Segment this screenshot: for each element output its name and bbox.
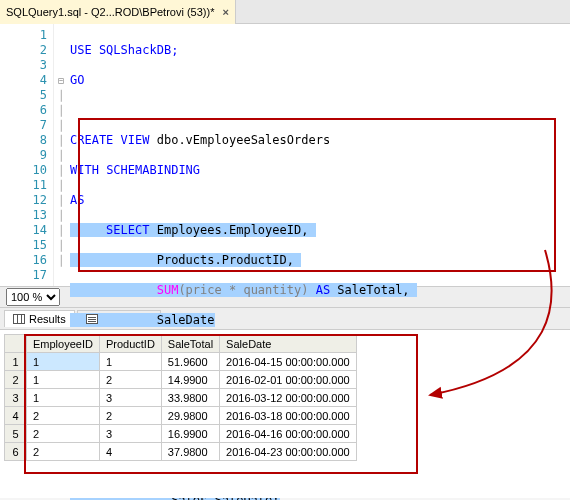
messages-icon (86, 314, 98, 324)
row-header[interactable]: 6 (5, 443, 27, 461)
code-token: USE SQLShackDB; (70, 43, 178, 57)
results-grid[interactable]: EmployeeID ProductID SaleTotal SaleDate … (4, 334, 357, 461)
cell[interactable]: 2016-02-01 00:00:00.000 (220, 371, 357, 389)
col-header[interactable]: SaleTotal (161, 335, 219, 353)
row-header[interactable]: 2 (5, 371, 27, 389)
results-pane: EmployeeID ProductID SaleTotal SaleDate … (0, 330, 570, 498)
line-gutter: 1234567891011121314151617 (0, 24, 54, 286)
cell[interactable]: 1 (27, 389, 100, 407)
tab-bar: SQLQuery1.sql - Q2...ROD\BPetrovi (53))*… (0, 0, 570, 24)
cell[interactable]: 1 (27, 371, 100, 389)
code-token (70, 283, 157, 297)
cell[interactable]: 1 (99, 353, 161, 371)
code-token: SCHEMABINDING (99, 163, 200, 177)
cell[interactable]: 4 (99, 443, 161, 461)
row-header[interactable]: 4 (5, 407, 27, 425)
cell[interactable]: 2016-04-15 00:00:00.000 (220, 353, 357, 371)
cell[interactable]: 2 (27, 407, 100, 425)
cell[interactable]: 14.9900 (161, 371, 219, 389)
table-row[interactable]: 42229.98002016-03-18 00:00:00.000 (5, 407, 357, 425)
code-token: SaleTotal, (330, 283, 417, 297)
editor-tab[interactable]: SQLQuery1.sql - Q2...ROD\BPetrovi (53))*… (0, 0, 236, 24)
code-token: VIEW (113, 133, 149, 147)
code-token: dbo.vEmployeeSalesOrders (149, 133, 330, 147)
close-icon[interactable]: × (222, 6, 228, 18)
cell[interactable]: 37.9800 (161, 443, 219, 461)
zoom-select[interactable]: 100 % (6, 288, 60, 306)
code-token: Employees.EmployeeID, (149, 223, 315, 237)
code-token: GO (70, 73, 84, 87)
table-row[interactable]: 62437.98002016-04-23 00:00:00.000 (5, 443, 357, 461)
cell[interactable]: 2 (99, 371, 161, 389)
results-tab[interactable]: Results (4, 310, 75, 327)
code-token: Products.ProductID, (70, 253, 301, 267)
cell[interactable]: 2 (27, 425, 100, 443)
cell[interactable]: 2016-03-18 00:00:00.000 (220, 407, 357, 425)
grid-icon (13, 314, 25, 324)
tab-label: Results (29, 313, 66, 325)
cell[interactable]: 2016-04-23 00:00:00.000 (220, 443, 357, 461)
cell[interactable]: 1 (27, 353, 100, 371)
row-header[interactable]: 3 (5, 389, 27, 407)
cell[interactable]: 33.9800 (161, 389, 219, 407)
table-row[interactable]: 11151.96002016-04-15 00:00:00.000 (5, 353, 357, 371)
cell[interactable]: 3 (99, 389, 161, 407)
row-header[interactable]: 1 (5, 353, 27, 371)
col-header[interactable]: ProductID (99, 335, 161, 353)
table-row[interactable]: 21214.99002016-02-01 00:00:00.000 (5, 371, 357, 389)
cell[interactable]: 16.9900 (161, 425, 219, 443)
code-token: SUM (157, 283, 179, 297)
cell[interactable]: 2 (99, 407, 161, 425)
row-header[interactable]: 5 (5, 425, 27, 443)
tab-title: SQLQuery1.sql - Q2...ROD\BPetrovi (53))* (6, 6, 214, 18)
table-row[interactable]: 31333.98002016-03-12 00:00:00.000 (5, 389, 357, 407)
cell[interactable]: 2016-03-12 00:00:00.000 (220, 389, 357, 407)
col-header[interactable]: EmployeeID (27, 335, 100, 353)
code-editor[interactable]: 1234567891011121314151617 ⊟││││││││││││ … (0, 24, 570, 286)
cell[interactable]: 2016-04-16 00:00:00.000 (220, 425, 357, 443)
code-token: CREATE (70, 133, 113, 147)
corner-cell[interactable] (5, 335, 27, 353)
code-token: AS (308, 283, 330, 297)
cell[interactable]: 2 (27, 443, 100, 461)
cell[interactable]: 3 (99, 425, 161, 443)
cell[interactable]: 29.9800 (161, 407, 219, 425)
cell[interactable]: 51.9600 (161, 353, 219, 371)
fold-column: ⊟││││││││││││ (54, 24, 68, 286)
code-token: (price * quantity) (178, 283, 308, 297)
col-header[interactable]: SaleDate (220, 335, 357, 353)
table-row[interactable]: 52316.99002016-04-16 00:00:00.000 (5, 425, 357, 443)
code-area[interactable]: USE SQLShackDB; GO CREATE VIEW dbo.vEmpl… (68, 24, 570, 286)
fold-toggle[interactable]: ⊟ (54, 73, 68, 88)
code-token: AS (70, 193, 84, 207)
code-token: WITH (70, 163, 99, 177)
header-row: EmployeeID ProductID SaleTotal SaleDate (5, 335, 357, 353)
code-token: SELECT (70, 223, 149, 237)
